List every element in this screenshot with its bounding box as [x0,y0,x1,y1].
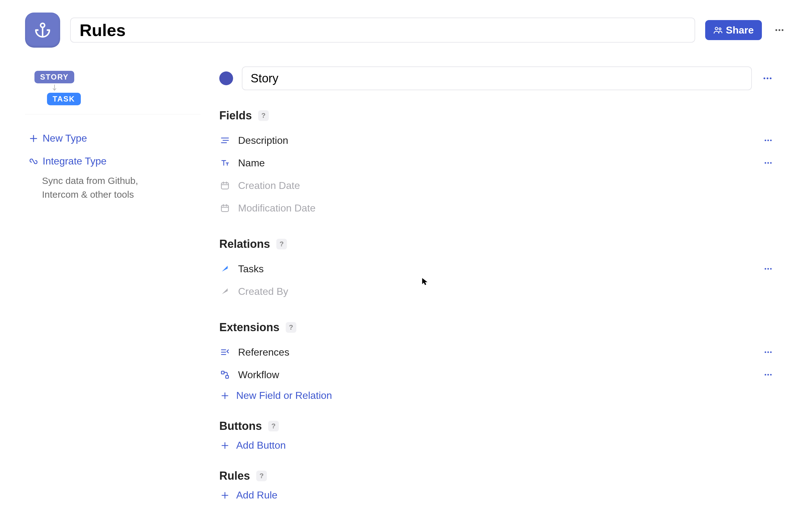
svg-point-18 [768,140,769,141]
new-type-button[interactable]: New Type [25,127,201,150]
references-icon [219,347,231,357]
extension-more-button[interactable] [762,370,774,379]
rules-help-icon[interactable]: ? [256,471,267,481]
svg-point-31 [765,268,766,270]
svg-point-5 [779,29,780,31]
relation-more-button[interactable] [762,264,774,274]
type-tree: STORY TASK [25,67,201,114]
field-row[interactable]: Description [219,129,774,152]
svg-point-37 [765,351,766,353]
new-field-or-relation-label: New Field or Relation [236,390,332,401]
svg-point-32 [768,268,769,270]
more-horizontal-icon [774,25,785,35]
integrate-type-label: Integrate Type [43,155,106,167]
relation-row: Created By [219,280,774,303]
calendar-icon [219,181,231,190]
plus-icon [219,391,231,400]
svg-point-39 [770,351,772,353]
field-label: Creation Date [238,180,300,191]
fields-section-title: Fields [219,109,252,122]
users-icon [713,25,723,35]
relation-icon [219,265,231,273]
workflow-icon [219,370,231,379]
new-type-label: New Type [43,132,87,144]
svg-point-6 [782,29,783,31]
entity-title-input[interactable] [242,67,752,90]
buttons-help-icon[interactable]: ? [268,421,279,431]
entity-more-button[interactable] [760,73,774,84]
field-label: Description [238,135,288,146]
type-chip-story[interactable]: STORY [34,71,74,83]
tree-connector-icon [52,85,57,91]
relation-row[interactable]: Tasks [219,258,774,280]
relations-help-icon[interactable]: ? [276,239,287,249]
plug-icon [29,157,38,166]
buttons-section-title: Buttons [219,419,262,433]
add-rule-label: Add Rule [236,489,278,501]
add-rule-button[interactable]: Add Rule [219,489,774,501]
relation-muted-icon [219,287,231,296]
text-small-icon [219,158,231,168]
svg-point-20 [765,162,766,164]
new-field-or-relation-button[interactable]: New Field or Relation [219,390,774,401]
svg-point-11 [764,77,765,79]
svg-point-19 [770,140,772,141]
calendar-icon [219,203,231,213]
svg-rect-23 [221,183,229,189]
svg-point-22 [770,162,772,164]
add-button-button[interactable]: Add Button [219,440,774,451]
header-more-button[interactable] [772,23,787,38]
extensions-help-icon[interactable]: ? [286,322,296,333]
relation-label: Created By [238,286,288,297]
relations-section-title: Relations [219,238,270,251]
svg-point-3 [719,28,721,30]
svg-point-42 [765,374,766,376]
fields-help-icon[interactable]: ? [258,110,269,121]
more-horizontal-icon [764,264,773,274]
plus-icon [29,134,38,143]
field-more-button[interactable] [762,158,774,168]
svg-rect-40 [221,371,224,374]
svg-point-43 [768,374,769,376]
extension-label: Workflow [238,369,279,381]
text-block-icon [219,136,231,145]
svg-point-4 [775,29,777,31]
svg-point-2 [715,27,718,30]
plus-icon [219,491,231,500]
extension-row[interactable]: Workflow [219,363,774,386]
relation-label: Tasks [238,263,264,275]
app-icon[interactable] [25,13,60,48]
entity-color-dot[interactable] [219,71,233,85]
field-row: Modification Date [219,197,774,219]
extension-row[interactable]: References [219,341,774,363]
svg-point-33 [770,268,772,270]
svg-point-38 [768,351,769,353]
more-horizontal-icon [764,370,773,379]
integrate-type-button[interactable]: Integrate Type [25,150,201,173]
extensions-section-title: Extensions [219,321,279,334]
anchor-icon [34,22,51,38]
field-label: Name [238,157,265,169]
more-horizontal-icon [762,73,773,84]
field-row[interactable]: Name [219,152,774,174]
svg-point-21 [768,162,769,164]
more-horizontal-icon [764,136,773,145]
type-chip-task[interactable]: TASK [47,93,81,105]
svg-point-12 [767,77,768,79]
extension-more-button[interactable] [762,347,774,357]
page-title-input[interactable] [70,17,695,43]
svg-rect-41 [226,376,229,378]
field-row: Creation Date [219,174,774,197]
field-more-button[interactable] [762,136,774,145]
more-horizontal-icon [764,347,773,357]
svg-point-13 [770,77,772,79]
share-button[interactable]: Share [705,20,762,40]
rules-section-title: Rules [219,469,250,483]
add-button-label: Add Button [236,440,286,451]
svg-point-44 [770,374,772,376]
svg-line-10 [32,159,35,163]
more-horizontal-icon [764,158,773,168]
share-label: Share [726,25,754,36]
extension-label: References [238,346,289,358]
integrate-type-description: Sync data from Github, Intercom & other … [25,174,150,201]
